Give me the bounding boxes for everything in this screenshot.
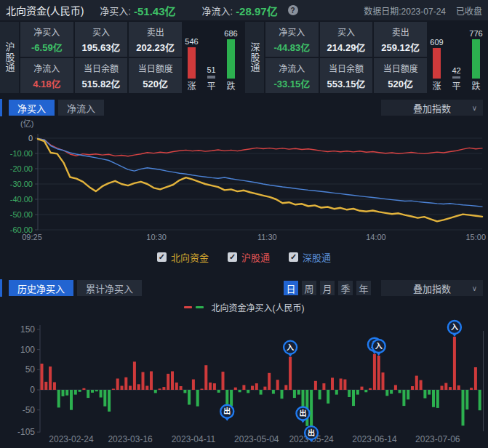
daily-bar[interactable] xyxy=(124,377,127,390)
daily-bar[interactable] xyxy=(420,380,423,390)
daily-bar[interactable] xyxy=(95,390,98,391)
daily-bar[interactable] xyxy=(100,390,103,398)
daily-bar[interactable] xyxy=(453,337,456,390)
daily-bar[interactable] xyxy=(263,387,266,390)
checkbox-checked-icon[interactable]: ✓ xyxy=(157,252,167,262)
daily-bar[interactable] xyxy=(284,385,287,390)
daily-bar[interactable] xyxy=(159,388,161,390)
daily-bar[interactable] xyxy=(196,390,199,407)
tab-net-flow[interactable]: 净流入 xyxy=(58,100,104,116)
daily-bar[interactable] xyxy=(129,386,132,391)
daily-bar[interactable] xyxy=(167,374,169,390)
daily-bar[interactable] xyxy=(423,390,426,399)
daily-bar[interactable] xyxy=(335,390,338,395)
daily-bar[interactable] xyxy=(394,385,397,390)
daily-bar[interactable] xyxy=(356,390,359,395)
daily-bar[interactable] xyxy=(79,390,81,392)
daily-bar[interactable] xyxy=(44,382,47,390)
daily-bar[interactable] xyxy=(150,372,153,391)
daily-bar[interactable] xyxy=(319,390,321,399)
daily-bar[interactable] xyxy=(175,383,178,390)
daily-bar[interactable] xyxy=(70,390,73,410)
daily-bar[interactable] xyxy=(399,390,401,393)
daily-bar[interactable] xyxy=(268,373,271,390)
daily-bar[interactable] xyxy=(121,386,124,391)
daily-bar[interactable] xyxy=(137,384,140,390)
daily-bar[interactable] xyxy=(432,390,435,407)
daily-bar[interactable] xyxy=(327,390,329,404)
daily-bar[interactable] xyxy=(251,386,254,391)
daily-bar[interactable] xyxy=(343,380,346,390)
daily-bar[interactable] xyxy=(239,390,241,392)
daily-bar[interactable] xyxy=(260,390,263,395)
daily-bar[interactable] xyxy=(407,390,409,399)
daily-bar[interactable] xyxy=(444,383,447,390)
help-icon[interactable]: ? xyxy=(288,5,298,15)
daily-bar[interactable] xyxy=(297,390,300,395)
daily-bar[interactable] xyxy=(411,386,414,390)
daily-bar[interactable] xyxy=(217,390,220,393)
checkbox-checked-icon[interactable]: ✓ xyxy=(228,252,237,262)
daily-bar[interactable] xyxy=(255,383,258,390)
daily-bar[interactable] xyxy=(465,390,468,409)
daily-bar[interactable] xyxy=(436,390,439,408)
daily-bar[interactable] xyxy=(171,372,174,391)
daily-bar[interactable] xyxy=(108,390,111,412)
period-year-button[interactable]: 年 xyxy=(356,281,371,295)
overlay-index-select[interactable]: 叠加指数 ∨ xyxy=(381,280,483,296)
daily-bar[interactable] xyxy=(162,387,165,390)
daily-bar[interactable] xyxy=(348,390,351,397)
daily-bar[interactable] xyxy=(462,390,465,425)
daily-bar[interactable] xyxy=(82,388,85,390)
daily-bar[interactable] xyxy=(373,354,376,390)
daily-bar[interactable] xyxy=(62,390,65,396)
period-month-button[interactable]: 月 xyxy=(320,281,335,295)
daily-bar[interactable] xyxy=(449,387,452,390)
daily-bar[interactable] xyxy=(183,390,186,393)
daily-bar[interactable] xyxy=(154,390,157,393)
daily-bar[interactable] xyxy=(49,367,52,390)
daily-bar[interactable] xyxy=(340,379,343,391)
daily-bar[interactable] xyxy=(247,390,249,393)
daily-bar[interactable] xyxy=(112,389,115,391)
daily-bar[interactable] xyxy=(116,379,119,391)
daily-bar[interactable] xyxy=(322,383,325,390)
daily-bar[interactable] xyxy=(289,357,292,390)
daily-bar[interactable] xyxy=(364,390,367,392)
daily-bar[interactable] xyxy=(276,380,279,390)
legend-item-shanghai[interactable]: ✓沪股通 xyxy=(228,250,270,264)
period-week-button[interactable]: 周 xyxy=(302,281,316,295)
daily-bar[interactable] xyxy=(201,389,204,391)
daily-bar[interactable] xyxy=(272,390,275,394)
daily-bar[interactable] xyxy=(234,388,237,390)
daily-bar[interactable] xyxy=(470,388,473,390)
tab-net-buy[interactable]: 净买入 xyxy=(9,100,55,116)
daily-bar[interactable] xyxy=(352,390,355,406)
daily-bar[interactable] xyxy=(65,390,68,396)
daily-bar[interactable] xyxy=(57,390,60,407)
daily-bar[interactable] xyxy=(133,361,136,390)
checkbox-checked-icon[interactable]: ✓ xyxy=(289,252,298,262)
daily-bar[interactable] xyxy=(53,383,56,391)
daily-bar[interactable] xyxy=(188,390,191,405)
daily-bar[interactable] xyxy=(209,383,212,390)
period-quarter-button[interactable]: 季 xyxy=(338,281,353,295)
daily-bar[interactable] xyxy=(369,388,372,390)
tab-cumulative-net-buy[interactable]: 累计净买入 xyxy=(77,280,142,296)
daily-bar[interactable] xyxy=(457,385,460,390)
daily-bar[interactable] xyxy=(230,390,233,406)
daily-bar[interactable] xyxy=(87,390,89,398)
daily-bar[interactable] xyxy=(180,386,183,390)
daily-bar[interactable] xyxy=(428,390,431,395)
overlay-index-select[interactable]: 叠加指数 ∨ xyxy=(381,100,483,116)
daily-bar[interactable] xyxy=(314,381,317,390)
daily-bar[interactable] xyxy=(74,390,77,395)
intraday-line-chart[interactable]: 0-10.00-20.00-30.00-40.00-50.00-60.0009:… xyxy=(0,125,488,243)
daily-bar[interactable] xyxy=(390,390,393,394)
daily-bar[interactable] xyxy=(145,386,148,391)
daily-bar[interactable] xyxy=(385,390,388,396)
daily-bar[interactable] xyxy=(377,356,380,390)
period-day-button[interactable]: 日 xyxy=(284,281,298,295)
daily-bar[interactable] xyxy=(192,380,195,390)
daily-bar[interactable] xyxy=(103,390,106,407)
